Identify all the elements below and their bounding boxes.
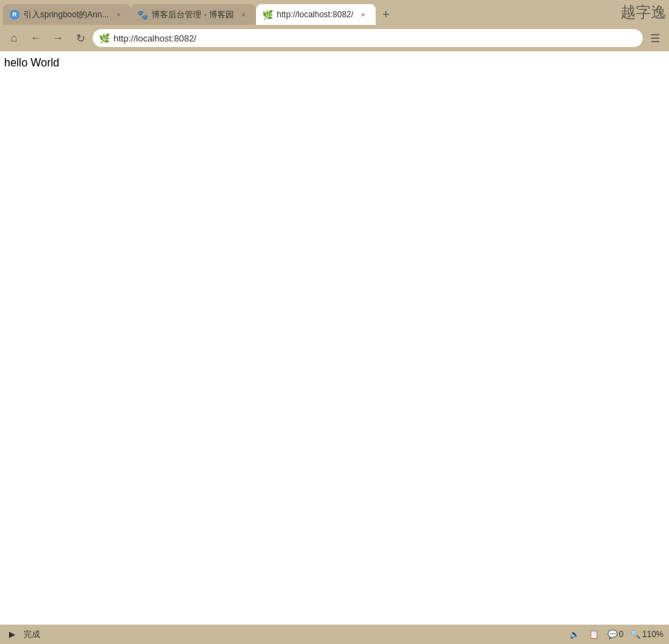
page-content: hello World [0,51,669,625]
tab3-favicon: 🌿 [263,10,273,19]
address-text: http://localhost:8082/ [113,33,196,44]
nav-bar: ⌂ ← → ↻ 🌿 http://localhost:8082/ ☰ [0,25,669,51]
notification-icon: 💬 [607,629,618,639]
hello-world-text: hello World [4,57,59,68]
nav-right-buttons: ☰ [645,28,665,48]
address-favicon: 🌿 [100,33,109,43]
tab-bar: R 引入springboot的Ann... × 🐾 博客后台管理 - 博客园 ×… [0,0,669,25]
zoom-icon: 🔍 [630,629,641,639]
tab1-label: 引入springboot的Ann... [24,9,109,21]
menu-button[interactable]: ☰ [645,28,665,48]
status-text: 完成 [24,629,40,641]
calligraphy-text: 越字逸 [621,2,666,23]
status-right: 🔊 📋 💬 0 🔍 110% [569,628,663,641]
paw-icon: 🐾 [137,10,148,20]
tab2-favicon: 🐾 [138,10,147,19]
back-button[interactable]: ← [26,28,46,48]
tab2-label: 博客后台管理 - 博客园 [152,9,234,21]
leaf-icon: 🌿 [262,10,273,20]
zoom-level: 110% [642,629,663,639]
tab-localhost[interactable]: 🌿 http://localhost:8082/ × [256,4,376,25]
refresh-button[interactable]: ↻ [71,28,90,48]
tab-springboot[interactable]: R 引入springboot的Ann... × [3,4,131,25]
tab2-close-button[interactable]: × [238,9,249,20]
address-bar[interactable]: 🌿 http://localhost:8082/ [93,29,643,47]
status-left: ▶ 完成 [6,628,40,641]
new-tab-button[interactable]: + [376,4,396,25]
notification-count: 0 [619,629,624,639]
zoom-area[interactable]: 🔍 110% [630,629,663,639]
tab3-close-button[interactable]: × [358,9,369,20]
volume-icon[interactable]: 🔊 [569,628,581,641]
forward-button[interactable]: → [48,28,68,48]
tab3-label: http://localhost:8082/ [277,10,354,19]
home-button[interactable]: ⌂ [4,28,24,48]
tab1-favicon: R [10,10,19,19]
screenshot-icon[interactable]: 📋 [588,628,601,641]
blue-circle-icon: R [10,10,19,19]
browser-signature: 越字逸 [621,0,669,25]
play-icon: ▶ [6,628,18,641]
status-bar: ▶ 完成 🔊 📋 💬 0 🔍 110% [0,625,669,644]
notification-area: 💬 0 [607,629,624,639]
tab-blog-admin[interactable]: 🐾 博客后台管理 - 博客园 × [131,4,256,25]
browser-chrome: R 引入springboot的Ann... × 🐾 博客后台管理 - 博客园 ×… [0,0,669,51]
tab1-close-button[interactable]: × [113,9,124,20]
address-leaf-icon: 🌿 [99,33,110,44]
